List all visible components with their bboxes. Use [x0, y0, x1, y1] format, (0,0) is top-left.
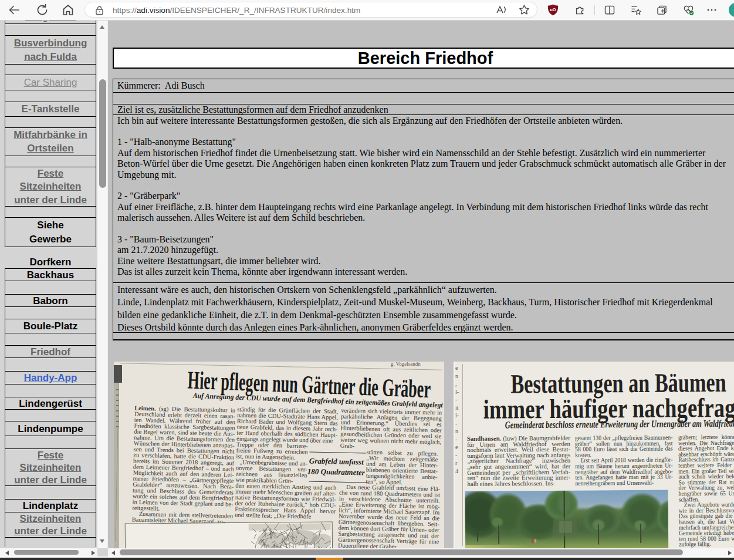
svg-text:uO: uO [550, 7, 556, 12]
